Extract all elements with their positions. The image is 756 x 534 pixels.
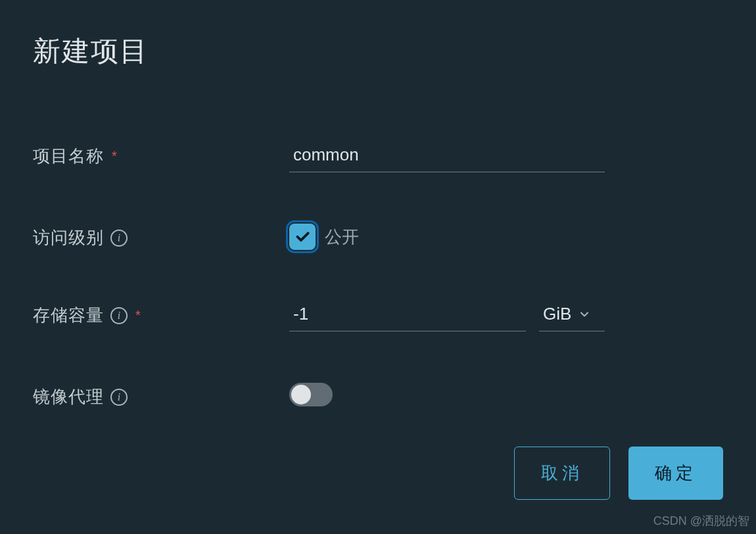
chevron-down-icon [578, 308, 591, 321]
public-checkbox[interactable] [289, 224, 316, 250]
storage-label-cell: 存储容量 i * [33, 301, 289, 327]
storage-unit-value: GiB [543, 304, 571, 324]
required-indicator: * [135, 308, 141, 323]
access-level-row: 访问级别 i 公开 [33, 224, 723, 250]
info-icon[interactable]: i [110, 389, 128, 406]
info-icon[interactable]: i [110, 230, 128, 247]
storage-row: 存储容量 i * GiB [33, 301, 723, 331]
project-form: 项目名称 * 访问级别 i 公开 [33, 142, 723, 408]
dialog-buttons: 取消 确定 [514, 447, 723, 500]
image-proxy-label-cell: 镜像代理 i [33, 383, 289, 408]
image-proxy-row: 镜像代理 i [33, 383, 723, 408]
required-indicator: * [112, 149, 117, 164]
public-checkbox-wrap: 公开 [289, 224, 359, 250]
public-checkbox-label: 公开 [325, 226, 359, 249]
new-project-dialog: 新建项目 项目名称 * 访问级别 i [0, 0, 756, 534]
info-icon[interactable]: i [110, 307, 128, 324]
checkmark-icon [294, 228, 311, 245]
project-name-input[interactable] [289, 142, 605, 172]
image-proxy-toggle[interactable] [289, 383, 333, 406]
dialog-title: 新建项目 [33, 33, 723, 70]
image-proxy-field-cell [289, 383, 333, 406]
toggle-knob [291, 385, 311, 404]
project-name-label: 项目名称 [33, 145, 104, 168]
image-proxy-label: 镜像代理 [33, 385, 104, 408]
project-name-field-cell [289, 142, 605, 172]
access-level-field-cell: 公开 [289, 224, 359, 250]
project-name-label-cell: 项目名称 * [33, 142, 289, 168]
storage-label: 存储容量 [33, 304, 104, 327]
watermark: CSDN @洒脱的智 [653, 513, 749, 529]
cancel-button[interactable]: 取消 [514, 447, 610, 500]
storage-field-cell: GiB [289, 301, 605, 331]
access-level-label: 访问级别 [33, 226, 104, 249]
storage-input[interactable] [289, 301, 526, 331]
confirm-button[interactable]: 确定 [628, 447, 723, 500]
access-level-label-cell: 访问级别 i [33, 224, 289, 249]
project-name-row: 项目名称 * [33, 142, 723, 172]
storage-unit-select[interactable]: GiB [539, 301, 605, 331]
